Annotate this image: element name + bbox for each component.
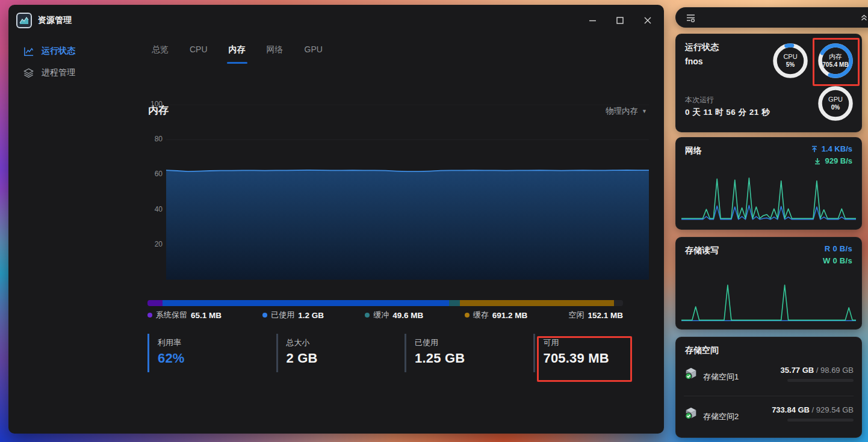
ring-label: CPU: [783, 53, 797, 61]
legend-item-缓存: 缓存691.2 MB: [465, 310, 528, 321]
download-rate-value: 929 B/s: [825, 156, 852, 165]
read-rate-value: R 0 B/s: [825, 244, 852, 253]
status-card-title: 运行状态: [685, 42, 719, 53]
membar-segment-缓存: [460, 300, 614, 306]
network-card-title: 网络: [685, 146, 702, 156]
legend-item-缓冲: 缓冲49.6 MB: [365, 310, 423, 321]
window-controls: [578, 5, 662, 36]
tab-gpu[interactable]: GPU: [303, 37, 324, 65]
storage-io-title: 存储读写: [685, 245, 719, 256]
y-axis-tick: 60: [147, 170, 163, 178]
chevron-double-up-icon: [860, 13, 868, 22]
storage-io-rates: R 0 B/s W 0 B/s: [823, 244, 852, 265]
memory-area-chart: [166, 105, 649, 280]
membar-segment-系统保留: [147, 300, 163, 306]
membar-segment-空闲: [614, 300, 623, 306]
legend-label: 空闲: [568, 310, 584, 321]
storage-io-chart: [681, 272, 856, 322]
close-icon: [644, 17, 651, 24]
upload-rate-value: 1.4 KB/s: [822, 144, 852, 153]
sidebar-item-running-status[interactable]: 运行状态: [8, 41, 147, 61]
volume-cube-icon: [684, 367, 698, 382]
storage-volume-row[interactable]: 存储空间2 733.84 GB / 929.54 GB: [675, 402, 862, 431]
legend-dot: [365, 313, 370, 318]
uptime-label: 本次运行: [685, 95, 714, 105]
storage-space-card: 存储空间 存储空间1 35.77 GB / 98.69 GB: [675, 337, 862, 438]
y-axis-tick: 100: [147, 100, 163, 108]
stat-value: 1.25 GB: [415, 351, 533, 366]
volume-separator: /: [810, 405, 816, 414]
volume-total: 929.54 GB: [816, 405, 854, 414]
network-rates: 1.4 KB/s 929 B/s: [811, 144, 852, 165]
tab-cpu[interactable]: CPU: [188, 37, 209, 65]
maximize-icon: [616, 17, 624, 24]
stat-label: 已使用: [415, 337, 533, 348]
minimize-icon: [589, 17, 597, 25]
volume-usage-bar: [787, 419, 854, 422]
volume-name: 存储空间1: [703, 372, 739, 382]
legend-item-系统保留: 系统保留65.1 MB: [147, 310, 222, 321]
legend-value: 691.2 MB: [492, 311, 528, 320]
divider: [684, 396, 854, 396]
maximize-button[interactable]: [606, 11, 634, 30]
app-icon: [16, 13, 32, 28]
ring-GPU: GPU0%: [818, 86, 853, 121]
netChart-series-下载: [681, 178, 856, 218]
collapse-panel-button[interactable]: [857, 11, 868, 24]
memory-stats-row: 利用率62%总大小2 GB已使用1.25 GB可用705.39 MB: [147, 334, 662, 372]
ring-value: 0%: [831, 104, 840, 112]
legend-value: 65.1 MB: [191, 311, 222, 320]
ring-text: 内存705.4 MB: [818, 43, 853, 78]
download-icon: [814, 158, 821, 165]
ring-text: CPU5%: [773, 43, 808, 78]
storage-volume-row[interactable]: 存储空间1 35.77 GB / 98.69 GB: [675, 362, 862, 391]
running-status-card: 运行状态 fnos CPU5%内存705.4 MBGPU0% 本次运行 0 天 …: [675, 34, 862, 132]
resource-manager-window: 资源管理 运行状态: [8, 5, 664, 434]
legend-label: 系统保留: [156, 310, 187, 321]
desktop: 资源管理 运行状态: [0, 0, 868, 442]
ring-value: 5%: [786, 61, 795, 69]
window-title: 资源管理: [38, 15, 72, 26]
stat-value: 62%: [158, 351, 276, 366]
volume-cube-icon: [684, 407, 698, 422]
stat-value: 705.39 MB: [544, 351, 662, 366]
tab-overview[interactable]: 总览: [150, 37, 170, 65]
ring-label: 内存: [829, 53, 842, 61]
panel-header-card: [675, 7, 868, 28]
main-content: 总览 CPU 内存 网络 GPU 内存 物理内存 ▼ 10080604020 系…: [147, 36, 664, 434]
minimize-button[interactable]: [578, 11, 606, 30]
memory-usage-chart: 10080604020: [147, 101, 653, 281]
stat-已使用: 已使用1.25 GB: [405, 334, 533, 372]
legend-dot: [465, 313, 470, 318]
stat-label: 总大小: [287, 337, 405, 348]
tab-network[interactable]: 网络: [265, 37, 285, 65]
y-axis-tick: 20: [147, 240, 163, 248]
stat-总大小: 总大小2 GB: [276, 334, 405, 372]
stat-value: 2 GB: [287, 351, 405, 366]
volume-separator: /: [814, 366, 820, 375]
tab-bar: 总览 CPU 内存 网络 GPU: [150, 37, 324, 65]
stat-label: 利用率: [158, 337, 276, 348]
membar-segment-缓冲: [449, 300, 460, 306]
legend-dot: [262, 313, 267, 318]
ring-text: GPU0%: [818, 86, 853, 121]
volume-total: 98.69 GB: [820, 366, 854, 375]
layers-icon: [23, 67, 34, 79]
legend-label: 缓冲: [373, 310, 389, 321]
volume-usage-bar: [787, 379, 854, 382]
network-chart: [681, 172, 856, 223]
legend-value: 1.2 GB: [298, 311, 324, 320]
widget-settings-button[interactable]: [684, 11, 697, 24]
tab-memory[interactable]: 内存: [228, 37, 247, 65]
close-button[interactable]: [634, 11, 662, 30]
upload-icon: [811, 146, 818, 153]
sidebar: 运行状态 进程管理: [8, 36, 147, 434]
titlebar: 资源管理: [8, 5, 664, 36]
uptime-value: 0 天 11 时 56 分 21 秒: [685, 107, 770, 118]
sidebar-item-label: 进程管理: [42, 67, 75, 78]
legend-item-已使用: 已使用1.2 GB: [262, 310, 324, 321]
ring-内存: 内存705.4 MB: [818, 43, 853, 78]
download-rate: 929 B/s: [814, 156, 852, 165]
sidebar-item-process-management[interactable]: 进程管理: [8, 63, 147, 83]
stat-利用率: 利用率62%: [147, 334, 276, 372]
